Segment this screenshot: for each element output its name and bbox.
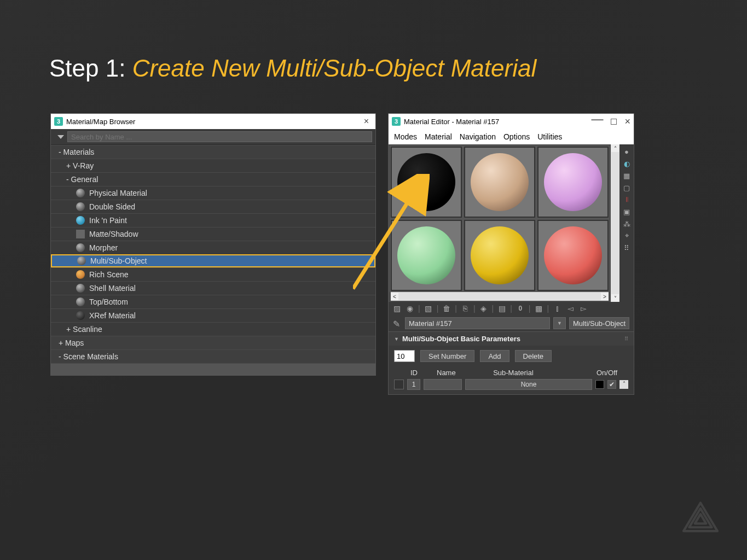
maximize-icon[interactable] [611,119,617,125]
menu-options[interactable]: Options [503,132,530,141]
scroll-left-icon[interactable]: < [391,293,398,300]
show-in-viewport-icon[interactable]: ▩ [534,304,543,313]
go-to-parent-icon[interactable]: ◅ [565,304,575,313]
browser-title: Material/Map Browser [66,118,361,126]
video-color-icon[interactable]: ⦀ [622,195,632,205]
tree-item-shell[interactable]: Shell Material [51,281,375,295]
make-unique-icon[interactable]: ◈ [479,304,489,313]
reset-icon[interactable]: 🗑 [442,304,451,313]
material-editor-window: 3 Material Editor - Material #157 — × Mo… [388,113,634,395]
material-type-button[interactable]: Multi/Sub-Object [569,317,629,329]
slot-swatch[interactable] [394,380,404,389]
header-onoff: On/Off [597,369,617,377]
sample-slot-2[interactable] [464,147,535,218]
select-by-icon[interactable]: ⌖ [622,231,632,241]
menu-utilities[interactable]: Utilities [537,132,562,141]
close-icon[interactable]: × [624,116,630,127]
scroll-right-icon[interactable]: > [601,293,609,300]
h-scrollbar[interactable]: < > [391,292,609,301]
rollout-body: Set Number Add Delete ID Name Sub-Materi… [389,346,634,394]
sample-slot-4[interactable] [391,220,462,291]
slot-scroll-up-icon[interactable]: ˄ [619,380,628,389]
go-forward-icon[interactable]: ▻ [578,304,588,313]
tree-item-xref[interactable]: XRef Material [51,308,375,322]
editor-toolbar: ▨ ◉ | ▧ | 🗑 | ⎘ | ◈ | ▤ | 0 | ▩ | ⫿ ◅ ▻ [389,302,634,315]
search-input[interactable] [67,131,372,142]
tree-vray[interactable]: + V-Ray [51,159,375,172]
material-tree: - Materials + V-Ray - General Physical M… [51,145,375,375]
rollout-header[interactable]: ▼ Multi/Sub-Object Basic Parameters ⠿ [389,331,634,346]
add-button[interactable]: Add [480,350,509,362]
options-icon[interactable]: ⁂ [622,219,632,229]
slot-color-swatch[interactable] [595,380,604,389]
slot-name-input[interactable] [424,379,462,390]
material-name-input[interactable] [405,317,550,329]
sample-slot-6[interactable] [537,220,609,291]
backlight-icon[interactable]: ◐ [622,159,632,168]
side-toolbar: ● ◐ ▦ ▢ ⦀ ▣ ⁂ ⌖ ⠿ [619,144,634,302]
sample-slot-5[interactable] [464,220,535,291]
assign-icon[interactable]: ▧ [424,304,433,313]
menu-material[interactable]: Material [425,132,452,141]
sphere-icon [544,153,602,211]
set-number-button[interactable]: Set Number [420,350,474,362]
sample-uv-icon[interactable]: ▢ [622,183,632,192]
square-icon [76,230,85,238]
tree-item-richscene[interactable]: Rich Scene [51,267,375,281]
menu-modes[interactable]: Modes [394,132,417,141]
put-to-lib-icon[interactable]: ▤ [497,304,507,313]
tree-section-materials[interactable]: - Materials [51,145,375,159]
tree-item-inkpaint[interactable]: Ink 'n Paint [51,213,375,227]
mat-id-icon[interactable]: 0 [516,305,525,312]
sample-slot-1[interactable] [391,147,462,218]
make-copy-icon[interactable]: ⎘ [460,304,470,313]
editor-titlebar[interactable]: 3 Material Editor - Material #157 — × [389,114,634,129]
slot-id[interactable]: 1 [407,379,420,390]
slot-onoff-checkbox[interactable]: ✔ [607,380,616,389]
sphere-icon [471,153,529,211]
sphere-icon [76,202,85,211]
tree-scanline[interactable]: + Scanline [51,322,375,336]
num-submaterials-input[interactable] [394,350,415,362]
tree-general[interactable]: - General [51,172,375,186]
scroll-down-icon[interactable]: ˅ [611,294,619,302]
material-browser-window: 3 Material/Map Browser × - Materials + V… [50,113,376,376]
delete-button[interactable]: Delete [515,350,552,362]
slot-submaterial-button[interactable]: None [465,379,592,390]
sphere-icon [397,226,455,284]
tree-item-matteshadow[interactable]: Matte/Shadow [51,227,375,241]
sphere-icon [76,284,85,293]
tree-item-doublesided[interactable]: Double Sided [51,200,375,213]
background-icon[interactable]: ▦ [622,171,632,180]
pick-material-icon[interactable]: ✎ [393,319,402,328]
material-type-dropdown[interactable]: ▼ [553,317,566,329]
tree-item-physical[interactable]: Physical Material [51,186,375,200]
sample-slot-3[interactable] [537,147,609,218]
sample-area: < > ˄ ˅ ● ◐ ▦ ▢ ⦀ ▣ ⁂ ⌖ ⠿ [389,144,634,302]
put-to-scene-icon[interactable]: ◉ [405,304,415,313]
app-icon: 3 [392,117,401,126]
tree-item-topbottom[interactable]: Top/Bottom [51,295,375,308]
scroll-up-icon[interactable]: ˄ [611,144,619,152]
get-material-icon[interactable]: ▨ [392,304,402,313]
layout-icon[interactable]: ⠿ [622,243,632,253]
tree-empty-row [51,363,375,375]
make-preview-icon[interactable]: ▣ [622,207,632,217]
step-prefix: Step 1: [49,55,132,81]
close-icon[interactable]: × [361,116,372,126]
browser-titlebar[interactable]: 3 Material/Map Browser × [51,114,375,129]
sphere-icon [76,243,85,252]
tree-item-morpher[interactable]: Morpher [51,241,375,254]
menu-navigation[interactable]: Navigation [460,132,496,141]
dropdown-arrow-icon[interactable] [57,135,64,139]
v-scrollbar[interactable]: ˄ ˅ [611,144,619,302]
grip-icon: ⠿ [624,336,628,342]
editor-menubar: Modes Material Navigation Options Utilit… [389,129,634,144]
sample-type-icon[interactable]: ● [622,147,632,156]
tree-section-maps[interactable]: + Maps [51,336,375,349]
show-end-icon[interactable]: ⫿ [552,304,562,313]
tree-section-scene[interactable]: - Scene Materials [51,349,375,363]
minimize-icon[interactable]: — [591,116,603,122]
tree-item-multisub[interactable]: Multi/Sub-Object [51,254,375,267]
sample-grid [390,145,610,292]
